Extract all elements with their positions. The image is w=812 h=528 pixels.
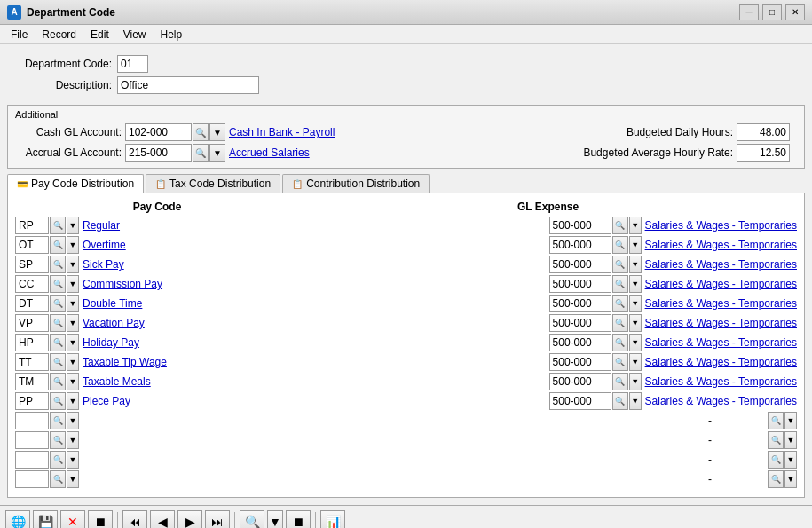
pay-search-btn[interactable]: 🔍	[50, 373, 66, 390]
cash-gl-link[interactable]: Cash In Bank - Payroll	[229, 126, 335, 138]
pay-code-empty-input[interactable]	[15, 431, 49, 449]
pay-desc-link[interactable]: Holiday Pay	[83, 336, 162, 349]
pay-search-btn[interactable]: 🔍	[50, 275, 66, 293]
desc-input[interactable]	[117, 76, 259, 94]
pay-dropdown-btn[interactable]: ▼	[67, 236, 79, 254]
tool-chart-btn[interactable]: 📊	[320, 510, 345, 529]
tool-last-btn[interactable]: ⏭	[205, 510, 230, 529]
pay-desc-link[interactable]: Double Time	[83, 297, 162, 310]
tool-first-btn[interactable]: ⏮	[122, 510, 147, 529]
pay-dropdown-btn[interactable]: ▼	[67, 314, 79, 332]
gl-search-empty-btn[interactable]: 🔍	[768, 470, 784, 488]
close-button[interactable]: ✕	[785, 4, 805, 20]
dept-code-input[interactable]	[117, 55, 148, 73]
pay-dropdown-btn[interactable]: ▼	[67, 353, 79, 371]
pay-dropdown-empty-btn[interactable]: ▼	[67, 412, 79, 429]
pay-desc-link[interactable]: Regular	[83, 219, 162, 232]
pay-search-empty-btn[interactable]: 🔍	[50, 451, 66, 469]
pay-search-btn[interactable]: 🔍	[50, 392, 66, 410]
gl-search-btn[interactable]: 🔍	[612, 256, 628, 273]
pay-search-empty-btn[interactable]: 🔍	[50, 431, 66, 449]
gl-exp-link[interactable]: Salaries & Wages - Temporaries	[645, 258, 797, 271]
cash-gl-dropdown-btn[interactable]: ▼	[209, 123, 225, 141]
pay-code-input[interactable]	[15, 217, 49, 234]
pay-dropdown-btn[interactable]: ▼	[67, 392, 79, 410]
pay-code-input[interactable]	[15, 373, 49, 390]
accrual-gl-input[interactable]	[125, 144, 192, 162]
gl-dropdown-empty-btn[interactable]: ▼	[784, 412, 797, 429]
pay-code-input[interactable]	[15, 392, 49, 410]
pay-desc-link[interactable]: Commission Pay	[83, 278, 162, 290]
pay-desc-link[interactable]: Taxable Meals	[83, 375, 162, 388]
gl-exp-input[interactable]	[549, 373, 611, 390]
maximize-button[interactable]: □	[762, 4, 782, 20]
pay-dropdown-empty-btn[interactable]: ▼	[67, 470, 79, 488]
gl-exp-input[interactable]	[549, 334, 611, 351]
pay-search-btn[interactable]: 🔍	[50, 236, 66, 254]
gl-dropdown-btn[interactable]: ▼	[629, 295, 642, 312]
menu-help[interactable]: Help	[154, 27, 190, 43]
tool-stop-btn[interactable]: ⏹	[88, 510, 113, 529]
gl-exp-input[interactable]	[549, 295, 611, 312]
pay-code-input[interactable]	[15, 314, 49, 332]
cash-gl-search-btn[interactable]: 🔍	[193, 123, 209, 141]
pay-dropdown-empty-btn[interactable]: ▼	[67, 451, 79, 469]
tool-save-btn[interactable]: 💾	[33, 510, 58, 529]
menu-view[interactable]: View	[116, 27, 154, 43]
budget-hourly-input[interactable]	[737, 144, 790, 162]
tab-contribution[interactable]: 📋 Contribution Distribution	[282, 174, 430, 193]
pay-search-btn[interactable]: 🔍	[50, 314, 66, 332]
pay-desc-link[interactable]: Taxable Tip Wage	[83, 356, 167, 368]
gl-dropdown-btn[interactable]: ▼	[629, 217, 642, 234]
pay-search-btn[interactable]: 🔍	[50, 295, 66, 312]
gl-search-empty-btn[interactable]: 🔍	[768, 412, 784, 429]
pay-desc-link[interactable]: Overtime	[83, 239, 162, 251]
pay-code-input[interactable]	[15, 295, 49, 312]
pay-dropdown-btn[interactable]: ▼	[67, 334, 79, 351]
menu-file[interactable]: File	[4, 27, 35, 43]
tool-search-dropdown-btn[interactable]: ▼	[267, 510, 283, 529]
gl-exp-link[interactable]: Salaries & Wages - Temporaries	[645, 239, 797, 251]
gl-dropdown-empty-btn[interactable]: ▼	[784, 470, 797, 488]
accrual-gl-dropdown-btn[interactable]: ▼	[209, 144, 225, 162]
gl-exp-input[interactable]	[549, 353, 611, 371]
pay-dropdown-btn[interactable]: ▼	[67, 275, 79, 293]
gl-search-btn[interactable]: 🔍	[612, 314, 628, 332]
gl-search-btn[interactable]: 🔍	[612, 295, 628, 312]
gl-search-btn[interactable]: 🔍	[612, 373, 628, 390]
gl-exp-link[interactable]: Salaries & Wages - Temporaries	[645, 336, 797, 349]
accrual-gl-link[interactable]: Accrued Salaries	[229, 146, 310, 159]
gl-dropdown-empty-btn[interactable]: ▼	[784, 451, 797, 469]
menu-record[interactable]: Record	[35, 27, 83, 43]
pay-code-input[interactable]	[15, 353, 49, 371]
gl-exp-link[interactable]: Salaries & Wages - Temporaries	[645, 297, 797, 310]
gl-dropdown-btn[interactable]: ▼	[629, 256, 642, 273]
gl-exp-link[interactable]: Salaries & Wages - Temporaries	[645, 219, 797, 232]
pay-dropdown-btn[interactable]: ▼	[67, 217, 79, 234]
gl-search-btn[interactable]: 🔍	[612, 217, 628, 234]
pay-desc-link[interactable]: Piece Pay	[83, 395, 162, 407]
gl-search-btn[interactable]: 🔍	[612, 334, 628, 351]
gl-search-btn[interactable]: 🔍	[612, 275, 628, 293]
pay-code-empty-input[interactable]	[15, 412, 49, 429]
gl-dropdown-btn[interactable]: ▼	[629, 275, 642, 293]
tool-stop2-btn[interactable]: ⏹	[286, 510, 311, 529]
gl-dropdown-btn[interactable]: ▼	[629, 236, 642, 254]
pay-dropdown-empty-btn[interactable]: ▼	[67, 431, 79, 449]
pay-code-input[interactable]	[15, 275, 49, 293]
tool-delete-btn[interactable]: ✕	[60, 510, 85, 529]
pay-search-btn[interactable]: 🔍	[50, 217, 66, 234]
menu-edit[interactable]: Edit	[83, 27, 116, 43]
gl-dropdown-btn[interactable]: ▼	[629, 373, 642, 390]
tab-tax-code[interactable]: 📋 Tax Code Distribution	[146, 174, 280, 193]
gl-exp-input[interactable]	[549, 314, 611, 332]
gl-search-empty-btn[interactable]: 🔍	[768, 431, 784, 449]
tool-prev-btn[interactable]: ◀	[150, 510, 175, 529]
gl-exp-link[interactable]: Salaries & Wages - Temporaries	[645, 317, 797, 329]
gl-exp-input[interactable]	[549, 217, 611, 234]
pay-desc-link[interactable]: Vacation Pay	[83, 317, 162, 329]
pay-search-btn[interactable]: 🔍	[50, 334, 66, 351]
gl-exp-input[interactable]	[549, 392, 611, 410]
gl-dropdown-btn[interactable]: ▼	[629, 392, 642, 410]
gl-exp-link[interactable]: Salaries & Wages - Temporaries	[645, 278, 797, 290]
